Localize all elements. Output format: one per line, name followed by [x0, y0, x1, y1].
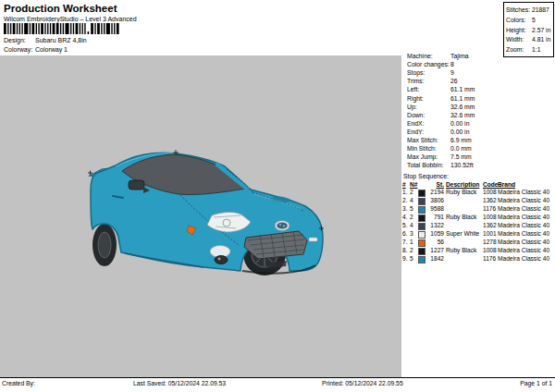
- thread-brand: Madeira Classic 40: [498, 214, 549, 220]
- machine-setting-value: 130.52ft: [450, 162, 474, 168]
- stitch-count: 3806: [426, 197, 444, 203]
- footer-created-by: Created By:: [2, 380, 35, 386]
- machine-setting-row: Max Stitch:6.9 mm: [407, 137, 553, 145]
- column-header-n#: N#: [410, 181, 417, 188]
- footer-divider: [0, 377, 555, 378]
- column-header-st: St.: [426, 181, 444, 188]
- thread-code: 1008: [483, 247, 497, 253]
- stop-num: 7.: [402, 239, 408, 245]
- thread-brand: Madeira Classic 40: [498, 197, 549, 203]
- stitch-count: 9588: [426, 205, 444, 212]
- machine-setting-label: Max Stitch:: [407, 137, 438, 143]
- thread-code: 1362: [483, 222, 497, 228]
- subaru-badge: [275, 221, 290, 231]
- thread-brand: Madeira Classic 40: [498, 189, 549, 195]
- machine-setting-label: Min Stitch:: [407, 145, 437, 152]
- needle-number: 5: [410, 255, 413, 262]
- stop-num: 2.: [402, 197, 408, 203]
- machine-setting-value: 32.6 mm: [450, 112, 475, 118]
- stop-num: 5.: [402, 222, 408, 228]
- thread-brand: Madeira Classic 40: [498, 230, 549, 237]
- thread-color-swatch: [418, 223, 426, 230]
- stat-label: Stitches:: [506, 6, 530, 13]
- needle-number: 1: [410, 239, 413, 245]
- stop-num: 6.: [402, 230, 408, 237]
- colorway-label: Colorway:: [4, 46, 32, 53]
- needle-number: 3: [410, 230, 413, 237]
- machine-setting-value: 8: [450, 61, 454, 67]
- thread-brand: Madeira Classic 40: [498, 222, 549, 228]
- stitch-count: 1322: [426, 222, 444, 228]
- stop-sequence-row: 7.1561278Madeira Classic 40: [402, 239, 554, 247]
- machine-setting-row: Right:61.1 mm: [407, 95, 553, 104]
- app-subtitle: Wilcom EmbroideryStudio – Level 3 Advanc…: [4, 16, 137, 22]
- column-header-#: #: [402, 181, 406, 188]
- stat-value: 2.57 in: [532, 27, 550, 33]
- machine-setting-value: 0.0 mm: [450, 145, 472, 152]
- thread-code: 1001: [483, 230, 497, 237]
- needle-number: 4: [410, 222, 413, 228]
- machine-setting-value: 0.00 in: [450, 120, 469, 127]
- thread-color-swatch: [418, 231, 426, 239]
- stop-sequence-row: 9.518421176Madeira Classic 40: [402, 255, 554, 263]
- machine-setting-row: Stops:9: [407, 69, 553, 78]
- machine-setting-label: Stops:: [407, 69, 425, 76]
- car-rear-wheel: [92, 224, 117, 266]
- machine-setting-value: Tajima: [450, 53, 469, 59]
- machine-setting-value: 9: [450, 69, 454, 76]
- design-canvas: [0, 55, 401, 377]
- stitch-count: 2194: [426, 189, 444, 195]
- stitch-count: 1059: [426, 230, 444, 237]
- thread-color-swatch: [418, 206, 426, 214]
- stat-label: Width:: [506, 36, 524, 43]
- machine-setting-row: EndY:0.00 in: [407, 129, 553, 137]
- machine-setting-label: EndX:: [407, 120, 425, 127]
- machine-setting-label: Down:: [407, 112, 425, 118]
- stat-value: 5: [532, 17, 536, 23]
- stop-sequence-row: 5.413221362Madeira Classic 40: [402, 222, 554, 230]
- colorway-value: Colorway 1: [35, 46, 68, 53]
- stop-sequence-row: 4.2791Ruby Black1008Madeira Classic 40: [402, 214, 554, 222]
- thread-code: 1176: [483, 205, 496, 212]
- machine-setting-row: Color changes:8: [407, 61, 553, 69]
- machine-setting-label: Max Jump:: [407, 153, 438, 160]
- thread-description: Ruby Black: [446, 189, 476, 195]
- column-header-description: Description: [446, 181, 479, 188]
- machine-setting-row: EndX:0.00 in: [407, 120, 553, 129]
- thread-color-swatch: [418, 198, 426, 205]
- machine-setting-row: Left:61.1 mm: [407, 86, 553, 94]
- thread-brand: Madeira Classic 40: [498, 239, 549, 245]
- thread-color-swatch: [418, 248, 426, 255]
- stat-label: Colors:: [506, 17, 526, 23]
- stop-sequence-title: Stop Sequence:: [403, 173, 449, 179]
- machine-setting-row: Max Jump:7.5 mm: [407, 153, 553, 162]
- stitch-count: 791: [426, 214, 444, 220]
- machine-setting-value: 7.5 mm: [450, 153, 472, 160]
- barcode: [4, 23, 120, 34]
- machine-setting-value: 6.9 mm: [450, 137, 472, 143]
- thread-code: 1362: [483, 197, 497, 203]
- machine-setting-row: Up:32.6 mm: [407, 104, 553, 112]
- machine-setting-value: 61.1 mm: [450, 86, 475, 92]
- thread-description: Super White: [446, 230, 479, 237]
- stop-num: 4.: [402, 214, 408, 220]
- machine-setting-label: Up:: [407, 104, 417, 110]
- stat-value: 21887: [532, 6, 549, 13]
- footer-page-number: Page 1 of 1: [520, 380, 552, 386]
- stat-row-2: Height:2.57 in: [504, 27, 553, 36]
- car-bumper-marker: [309, 238, 317, 241]
- machine-setting-label: Machine:: [407, 53, 433, 59]
- footer-printed: Printed: 05/12/2024 22.09.55: [322, 380, 403, 386]
- stat-row-1: Colors:5: [504, 17, 553, 26]
- stitch-count: 1842: [426, 255, 444, 262]
- stop-num: 9.: [402, 255, 408, 262]
- stat-row-0: Stitches:21887: [504, 6, 553, 16]
- stat-row-3: Width:4.81 in: [504, 36, 553, 45]
- machine-setting-row: Trims:26: [407, 78, 553, 86]
- thread-brand: Madeira Classic 40: [498, 205, 549, 212]
- stat-label: Height:: [506, 27, 526, 33]
- stitch-count: 56: [426, 239, 444, 245]
- stitch-stats-box: Stitches:21887Colors:5Height:2.57 inWidt…: [503, 2, 554, 57]
- stitch-count: 1227: [426, 247, 444, 253]
- thread-description: Ruby Black: [446, 247, 476, 253]
